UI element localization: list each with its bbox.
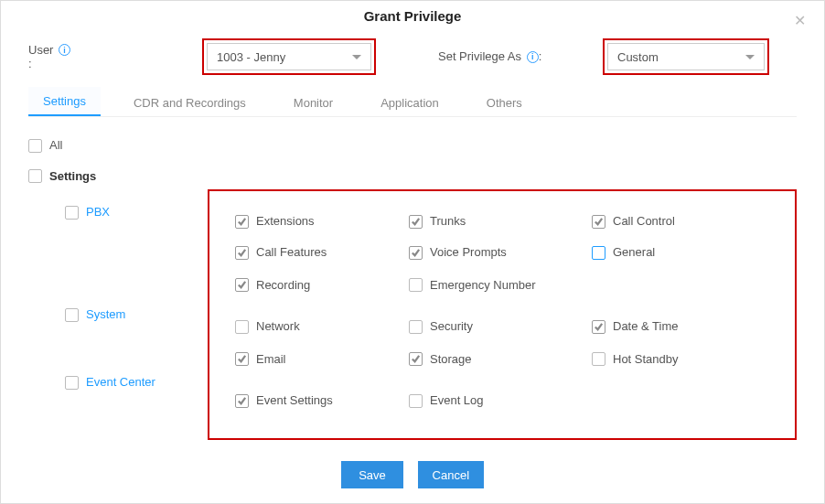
priv-label: Event Log [430,392,484,409]
priv-emergency-number[interactable]: Emergency Number [409,277,536,294]
tab-settings[interactable]: Settings [28,87,101,116]
priv-label: Voice Prompts [430,244,507,261]
tab-application[interactable]: Application [366,89,454,116]
priv-label: Storage [430,351,472,368]
priv-label: Call Features [256,244,327,261]
grant-privilege-dialog: Grant Privilege ✕ User i: 1003 - Jenny S… [0,0,825,504]
checkbox-icon [409,352,423,366]
priv-email[interactable]: Email [235,351,286,368]
priv-extensions[interactable]: Extensions [235,213,315,230]
checkbox-icon [28,139,42,153]
priv-call-features[interactable]: Call Features [235,244,327,261]
all-label: All [49,137,62,154]
tab-monitor[interactable]: Monitor [279,89,348,116]
checkbox-icon [235,394,249,408]
priv-call-control[interactable]: Call Control [592,213,675,230]
priv-security[interactable]: Security [409,318,473,335]
user-label-text: User [28,43,53,57]
checkbox-icon [409,215,423,229]
user-select-value: 1003 - Jenny [217,50,285,64]
checkbox-icon [409,246,423,260]
checkbox-icon [235,278,249,292]
checkbox-icon [409,320,423,334]
event-center-label: Event Center [86,374,155,391]
priv-general[interactable]: General [592,244,655,261]
tab-cdr[interactable]: CDR and Recordings [119,89,261,116]
priv-label: Security [430,318,473,335]
header-row: User i: 1003 - Jenny Set Privilege As i:… [1,29,824,88]
priv-label: Event Settings [256,392,333,409]
dialog-title: Grant Privilege [1,1,824,29]
priv-label: General [613,244,655,261]
checkbox-icon [28,169,42,183]
priv-date-time[interactable]: Date & Time [592,318,679,335]
checkbox-icon [409,278,423,292]
priv-event-settings[interactable]: Event Settings [235,392,333,409]
system-checkbox[interactable]: System [65,306,125,323]
tab-bar: Settings CDR and Recordings Monitor Appl… [28,88,797,117]
settings-section-checkbox[interactable]: Settings [28,168,96,185]
priv-label: Emergency Number [430,277,536,294]
privileges-highlight: Extensions Trunks Call Control Call Feat… [208,189,797,440]
priv-storage[interactable]: Storage [409,351,472,368]
privilege-select[interactable]: Custom [607,43,765,70]
pbx-checkbox[interactable]: PBX [65,204,110,220]
priv-voice-prompts[interactable]: Voice Prompts [409,244,507,261]
info-icon[interactable]: i [59,44,70,56]
close-icon[interactable]: ✕ [794,14,806,28]
all-checkbox[interactable]: All [28,137,62,154]
priv-label: Date & Time [613,318,679,335]
priv-label: Hot Standby [613,351,679,368]
priv-hot-standby[interactable]: Hot Standby [592,351,679,368]
user-select[interactable]: 1003 - Jenny [207,43,371,70]
content-area: All Settings PBX System [1,121,824,440]
priv-network[interactable]: Network [235,318,300,335]
settings-section-label: Settings [49,168,96,185]
checkbox-icon [592,320,605,334]
priv-label: Trunks [430,213,466,230]
save-button[interactable]: Save [341,461,403,488]
privileges-grid: Extensions Trunks Call Control Call Feat… [235,206,777,418]
tab-others[interactable]: Others [472,89,537,116]
checkbox-icon [235,352,249,366]
checkbox-icon [409,394,423,408]
checkbox-icon [65,206,79,220]
checkbox-icon [65,308,79,322]
checkbox-icon [235,320,249,334]
checkbox-icon [592,352,605,366]
checkbox-icon [235,246,249,260]
privilege-label-text: Set Privilege As [438,49,521,63]
priv-event-log[interactable]: Event Log [409,392,484,409]
user-label: User i: [28,43,72,71]
dialog-footer: Save Cancel [1,461,824,488]
priv-recording[interactable]: Recording [235,277,310,294]
chevron-down-icon [745,55,755,59]
pbx-label: PBX [86,204,110,220]
priv-label: Recording [256,277,310,294]
privilege-select-value: Custom [617,50,659,64]
privilege-label: Set Privilege As i: [438,49,566,64]
cancel-button[interactable]: Cancel [418,461,484,488]
priv-label: Network [256,318,300,335]
privilege-select-highlight: Custom [603,38,769,75]
chevron-down-icon [352,55,361,59]
user-select-highlight: 1003 - Jenny [202,38,376,75]
info-icon[interactable]: i [527,51,539,63]
checkbox-icon [235,215,249,229]
priv-label: Extensions [256,213,315,230]
event-center-checkbox[interactable]: Event Center [65,374,155,391]
priv-label: Call Control [613,213,675,230]
priv-label: Email [256,351,286,368]
checkbox-icon [65,376,79,390]
checkbox-icon [592,246,605,260]
checkbox-icon [592,215,605,229]
priv-trunks[interactable]: Trunks [409,213,466,230]
system-label: System [86,306,125,323]
